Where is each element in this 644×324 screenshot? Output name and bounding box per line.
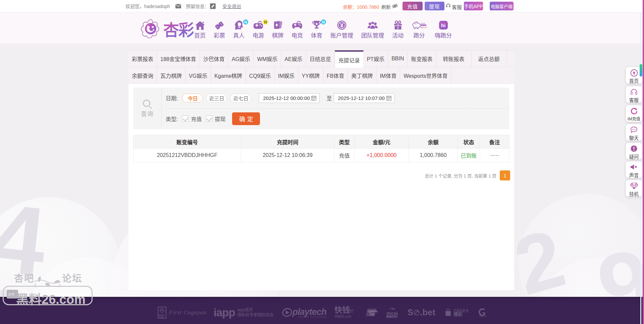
svg-text:GAMCARE: GAMCARE [479,316,486,317]
svg-text:mcai: mcai [386,310,398,316]
svg-text:银联: 银联 [369,313,375,316]
svg-text:¥: ¥ [340,22,344,29]
svg-text:跑分大本营: 跑分大本营 [421,26,427,29]
svg-text:UpInPay: UpInPay [368,310,377,313]
svg-text:hi: hi [441,22,445,28]
svg-text:MS 菲律宾: MS 菲律宾 [388,315,397,318]
